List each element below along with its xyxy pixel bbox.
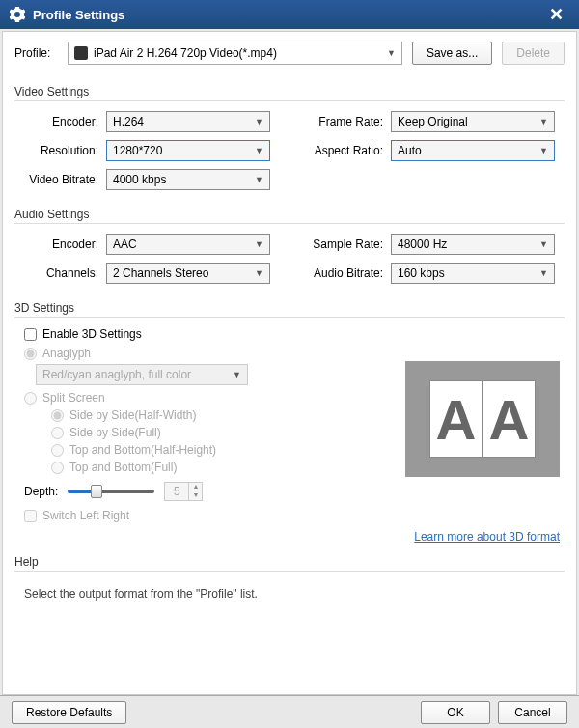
aspect-label: Aspect Ratio: [309,144,391,157]
window-title: Profile Settings [33,8,124,22]
cancel-button[interactable]: Cancel [498,701,567,724]
audio-bitrate-select[interactable]: 160 kbps▼ [391,263,555,284]
gear-icon [10,7,25,22]
threed-legend: 3D Settings [14,301,565,318]
anaglyph-mode-select: Red/cyan anaglyph, full color▼ [36,364,248,385]
chevron-down-icon: ▼ [255,146,263,155]
sbs-half-radio[interactable] [51,409,64,422]
video-settings-section: Video Settings Encoder: H.264▼ Frame Rat… [14,79,565,190]
help-legend: Help [14,555,565,572]
restore-defaults-button[interactable]: Restore Defaults [12,701,126,724]
tb-full-radio[interactable] [51,462,64,474]
chevron-down-icon: ▼ [255,117,263,126]
depth-value: 5 [165,483,188,500]
depth-slider[interactable] [68,490,154,493]
enable-3d-checkbox[interactable] [24,328,37,341]
chevron-up-icon[interactable]: ▲ [189,483,202,491]
video-legend: Video Settings [14,85,565,101]
chevron-down-icon: ▼ [539,239,548,249]
channels-select[interactable]: 2 Channels Stereo▼ [106,263,270,284]
chevron-down-icon: ▼ [539,146,548,155]
threed-preview: A A [405,361,560,477]
samplerate-label: Sample Rate: [309,238,391,251]
learn-more-3d-link[interactable]: Learn more about 3D format [414,530,560,544]
switch-lr-label: Switch Left Right [42,509,129,522]
video-encoder-select[interactable]: H.264▼ [106,111,270,132]
help-text: Select the output format from the "Profi… [14,581,565,606]
chevron-down-icon: ▼ [233,370,241,379]
chevron-down-icon: ▼ [387,48,396,58]
audio-encoder-select[interactable]: AAC▼ [106,234,270,255]
close-icon[interactable]: ✕ [543,4,569,25]
ipad-icon [74,46,88,60]
switch-lr-checkbox[interactable] [24,510,37,522]
video-bitrate-label: Video Bitrate: [24,173,106,186]
enable-3d-label: Enable 3D Settings [42,327,142,341]
chevron-down-icon: ▼ [255,239,263,249]
audio-encoder-label: Encoder: [24,238,106,251]
profile-value: iPad Air 2 H.264 720p Video(*.mp4) [94,46,277,60]
chevron-down-icon: ▼ [539,268,548,278]
save-as-button[interactable]: Save as... [412,42,492,65]
resolution-select[interactable]: 1280*720▼ [106,140,270,161]
audio-legend: Audio Settings [14,208,565,224]
tb-half-radio[interactable] [51,444,64,457]
titlebar: Profile Settings ✕ [0,0,579,29]
video-bitrate-select[interactable]: 4000 kbps▼ [106,169,270,190]
slider-thumb[interactable] [91,485,102,498]
footer: Restore Defaults OK Cancel [0,695,579,728]
chevron-down-icon: ▼ [539,117,548,126]
profile-select[interactable]: iPad Air 2 H.264 720p Video(*.mp4) ▼ [68,42,402,65]
aspect-select[interactable]: Auto▼ [391,140,555,161]
profile-label: Profile: [14,46,58,60]
depth-label: Depth: [24,485,58,498]
threed-settings-section: 3D Settings Enable 3D Settings Anaglyph … [14,295,565,522]
framerate-select[interactable]: Keep Original▼ [391,111,555,132]
sbs-half-label: Side by Side(Half-Width) [69,408,196,422]
preview-a-right: A [482,380,536,458]
framerate-label: Frame Rate: [309,115,391,128]
audio-settings-section: Audio Settings Encoder: AAC▼ Sample Rate… [14,202,565,284]
resolution-label: Resolution: [24,144,106,157]
ok-button[interactable]: OK [421,701,490,724]
anaglyph-label: Anaglyph [42,347,91,360]
split-label: Split Screen [42,391,105,405]
help-section: Help Select the output format from the "… [14,549,565,606]
samplerate-select[interactable]: 48000 Hz▼ [391,234,555,255]
audio-bitrate-label: Audio Bitrate: [309,266,391,280]
anaglyph-radio[interactable] [24,348,37,360]
chevron-down-icon: ▼ [255,175,263,184]
chevron-down-icon: ▼ [255,268,263,278]
sbs-full-radio[interactable] [51,427,64,439]
split-radio[interactable] [24,392,37,405]
encoder-label: Encoder: [24,115,106,128]
profile-row: Profile: iPad Air 2 H.264 720p Video(*.m… [14,42,565,65]
depth-spinner[interactable]: 5 ▲▼ [164,482,203,501]
chevron-down-icon[interactable]: ▼ [189,491,202,500]
delete-button[interactable]: Delete [502,42,565,65]
sbs-full-label: Side by Side(Full) [69,426,161,439]
tb-half-label: Top and Bottom(Half-Height) [69,443,216,457]
preview-a-left: A [429,380,482,458]
tb-full-label: Top and Bottom(Full) [69,461,177,474]
channels-label: Channels: [24,266,106,280]
